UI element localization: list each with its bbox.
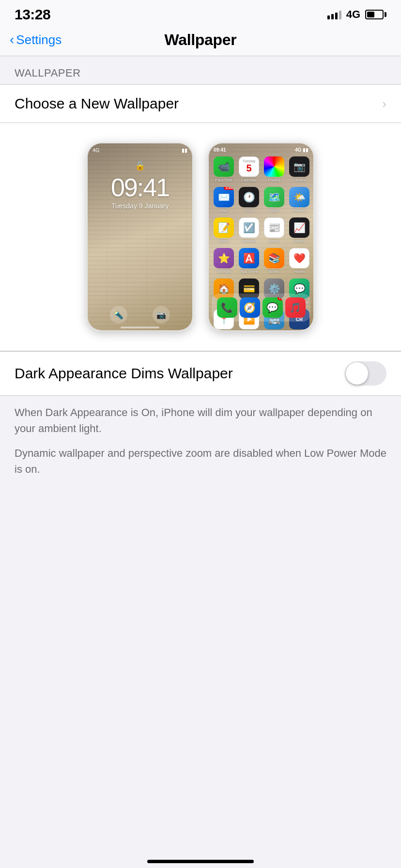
footer-line2: Dynamic wallpaper and perspective zoom a… — [15, 445, 386, 477]
wallpaper-preview-area: 4G ▮▮ 🔒 09:41 Tuesday 9 January 🔦 📷 09:4… — [0, 123, 401, 351]
page-title: Wallpaper — [164, 31, 236, 49]
choose-wallpaper-section: Choose a New Wallpaper › — [0, 84, 401, 123]
choose-wallpaper-label: Choose a New Wallpaper — [15, 95, 179, 112]
footer-text: When Dark Appearance is On, iPhone will … — [0, 396, 401, 491]
dark-appearance-toggle[interactable] — [345, 361, 386, 386]
home-indicator — [121, 326, 159, 328]
dark-appearance-row: Dark Appearance Dims Wallpaper — [0, 352, 401, 395]
lock-time: 09:41 — [111, 173, 169, 202]
network-label: 4G — [346, 8, 360, 21]
home-indicator-bar — [147, 860, 254, 863]
toggle-thumb — [346, 362, 368, 385]
status-bar: 13:28 4G — [0, 0, 401, 26]
lockscreen-preview[interactable]: 4G ▮▮ 🔒 09:41 Tuesday 9 January 🔦 📷 — [87, 142, 193, 331]
dark-appearance-label: Dark Appearance Dims Wallpaper — [15, 365, 345, 382]
lock-icon: 🔒 — [135, 160, 145, 171]
lock-date: Tuesday 9 January — [111, 202, 169, 210]
signal-icon — [327, 10, 341, 19]
chevron-right-icon: › — [382, 96, 386, 111]
camera-lock-icon: 📷 — [153, 306, 170, 324]
lock-bottom-controls: 🔦 📷 — [88, 306, 192, 324]
status-icons: 4G — [327, 8, 386, 21]
footer-line1: When Dark Appearance is On, iPhone will … — [15, 404, 386, 436]
home-dock: 📞 🧭 💬77 🎵 — [212, 294, 310, 322]
homescreen-preview[interactable]: 09:41 4G ▮▮ 📹FaceTime Tuesday5Calendar P… — [208, 142, 314, 331]
nav-bar: ‹ Settings Wallpaper — [0, 26, 401, 56]
chevron-left-icon: ‹ — [10, 33, 14, 46]
battery-icon — [365, 10, 386, 19]
dark-appearance-section: Dark Appearance Dims Wallpaper — [0, 351, 401, 396]
section-header-wallpaper: WALLPAPER — [0, 56, 401, 84]
back-button[interactable]: ‹ Settings — [10, 32, 62, 47]
back-label: Settings — [16, 32, 62, 47]
flashlight-icon: 🔦 — [110, 306, 127, 324]
status-time: 13:28 — [15, 6, 50, 23]
choose-wallpaper-item[interactable]: Choose a New Wallpaper › — [0, 85, 401, 123]
